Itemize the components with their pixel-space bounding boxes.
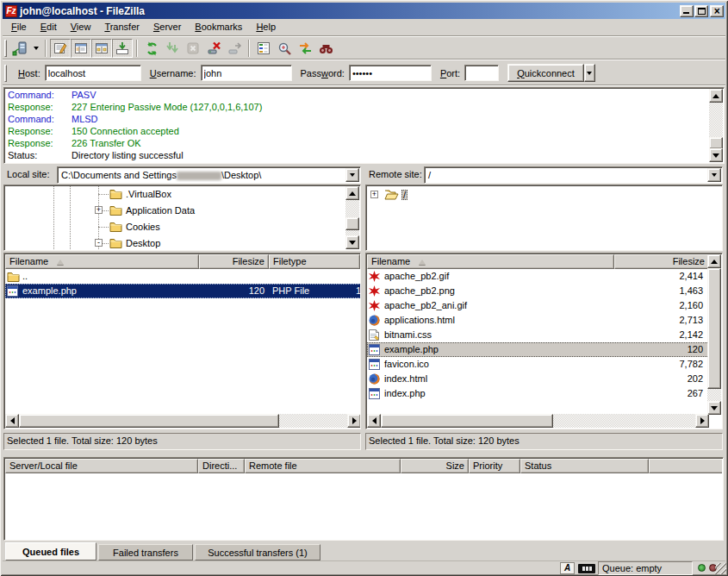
local-tree-vertical-scrollbar[interactable] [345,186,359,249]
tab-failed-transfers[interactable]: Failed transfers [98,544,193,560]
file-row[interactable]: apache_pb2.png 1,463 [367,284,709,298]
tree-item-label[interactable]: Cookies [126,222,160,232]
scroll-down-button[interactable] [345,235,359,249]
column-header-filesize[interactable]: Filesize [614,254,709,269]
data-type-ascii-icon[interactable]: A [560,562,575,574]
toggle-message-log-button[interactable] [50,39,71,58]
tree-item[interactable]: Cookies [5,219,345,235]
tree-item[interactable]: Desktop [5,235,345,249]
find-files-button[interactable] [315,39,336,58]
reconnect-button[interactable] [224,39,245,58]
menu-view[interactable]: View [64,20,98,34]
scroll-up-button[interactable] [345,186,359,200]
tree-item[interactable]: Application Data [5,203,345,219]
file-row[interactable]: apache_pb2_ani.gif 2,160 [367,298,709,313]
speed-indicator-icon[interactable] [578,564,595,573]
scrollbar-thumb[interactable] [381,414,553,428]
directory-comparison-button[interactable] [274,39,295,58]
column-header-status[interactable]: Status [520,459,649,473]
scroll-left-button[interactable] [367,414,381,428]
remote-vertical-scrollbar[interactable] [707,254,721,415]
local-site-combo[interactable]: C:\Documents and Settings\Desktop\ [57,166,361,184]
close-button[interactable]: × [710,5,724,17]
site-manager-dropdown-button[interactable] [30,39,41,58]
synchronized-browsing-button[interactable] [295,39,315,58]
filename-filters-button[interactable] [253,39,274,58]
tree-item-label[interactable]: Desktop [126,238,160,248]
remote-file-list[interactable]: Filename Filesize apache_pb2.gif 2,414 a… [365,253,723,429]
tree-item[interactable]: .VirtualBox [5,186,345,203]
remote-site-dropdown-button[interactable] [707,168,721,182]
scroll-down-button[interactable] [707,401,721,415]
column-header-last-modified[interactable]: L [360,254,361,269]
column-header-filename[interactable]: Filename [367,254,614,269]
toggle-transfer-queue-button[interactable] [112,39,133,58]
tree-item-label[interactable]: .VirtualBox [126,189,171,199]
tree-item-label[interactable]: Application Data [126,205,195,216]
toggle-local-remote-panes-button[interactable] [91,39,112,58]
tab-successful-transfers[interactable]: Successful transfers (1) [195,544,320,560]
scroll-right-button[interactable] [695,414,709,428]
title-bar[interactable]: Fz john@localhost - FileZilla × [3,3,725,19]
column-header-priority[interactable]: Priority [469,459,520,473]
log-vertical-scrollbar[interactable] [709,89,723,162]
tree-expander[interactable] [370,191,378,198]
column-header-server-local-file[interactable]: Server/Local file [5,459,198,473]
toggle-directory-tree-button[interactable] [71,39,91,58]
scroll-up-button[interactable] [707,254,721,268]
remote-site-combo[interactable]: / [424,166,723,184]
port-input[interactable] [464,65,499,81]
file-row[interactable]: .. [5,269,361,284]
column-header-remote-file[interactable]: Remote file [245,459,401,473]
scrollbar-thumb[interactable] [345,217,359,230]
disconnect-button[interactable] [203,39,224,58]
refresh-button[interactable] [141,39,162,58]
scroll-right-button[interactable] [347,414,361,428]
menu-help[interactable]: Help [249,20,283,34]
maximize-button[interactable] [694,5,708,17]
scroll-up-button[interactable] [709,89,723,103]
column-header-direction[interactable]: Directi... [198,459,245,473]
tab-queued-files[interactable]: Queued files [5,542,96,560]
username-input[interactable] [201,65,292,81]
file-row[interactable]: index.php 267 [367,386,709,401]
tree-item-label[interactable]: / [401,190,408,200]
local-directory-tree[interactable]: .VirtualBox Application Data Cookies Des… [3,185,361,251]
scroll-down-button[interactable] [709,148,723,162]
transfer-queue[interactable]: Server/Local file Directi... Remote file… [3,457,724,541]
file-row-selected[interactable]: example.php 120 PHP File 1 [5,284,361,298]
column-header-filename[interactable]: Filename [5,254,199,269]
column-header-filesize[interactable]: Filesize [199,254,269,269]
scroll-left-button[interactable] [5,414,19,428]
remote-horizontal-scrollbar[interactable] [367,414,709,428]
process-queue-button[interactable] [162,39,183,58]
filezilla-logo-icon[interactable]: Fz [5,5,17,17]
menu-server[interactable]: Server [146,20,188,34]
file-row[interactable]: index.html 202 [367,372,709,386]
quickconnect-dropdown-button[interactable] [584,64,595,82]
menu-transfer[interactable]: Transfer [97,20,146,34]
menu-file[interactable]: File [4,20,34,34]
resize-grip[interactable] [715,563,726,574]
scrollbar-thumb[interactable] [19,414,279,428]
password-input[interactable] [349,65,432,81]
quickconnect-button[interactable]: Quickconnect [507,64,584,82]
scrollbar-thumb[interactable] [707,268,721,389]
file-row-selected[interactable]: example.php 120 [367,342,709,357]
tree-expander[interactable] [95,206,103,214]
tree-item[interactable]: / [366,187,722,203]
file-row[interactable]: apache_pb2.gif 2,414 [367,269,709,284]
file-row[interactable]: applications.html 2,713 [367,313,709,328]
cancel-operation-button[interactable] [183,39,203,58]
file-row[interactable]: favicon.ico 7,782 [367,357,709,372]
local-file-list[interactable]: Filename Filesize Filetype L .. example.… [3,253,361,429]
scrollbar-thumb[interactable] [709,137,723,149]
host-input[interactable] [45,65,141,81]
local-horizontal-scrollbar[interactable] [5,414,361,428]
menu-bookmarks[interactable]: Bookmarks [188,20,249,34]
site-manager-button[interactable] [9,39,30,58]
quickconnect-grip[interactable] [4,65,7,82]
file-row[interactable]: bitnami.css 2,142 [367,328,709,342]
remote-directory-tree[interactable]: / [365,185,723,251]
minimize-button[interactable] [680,5,694,17]
